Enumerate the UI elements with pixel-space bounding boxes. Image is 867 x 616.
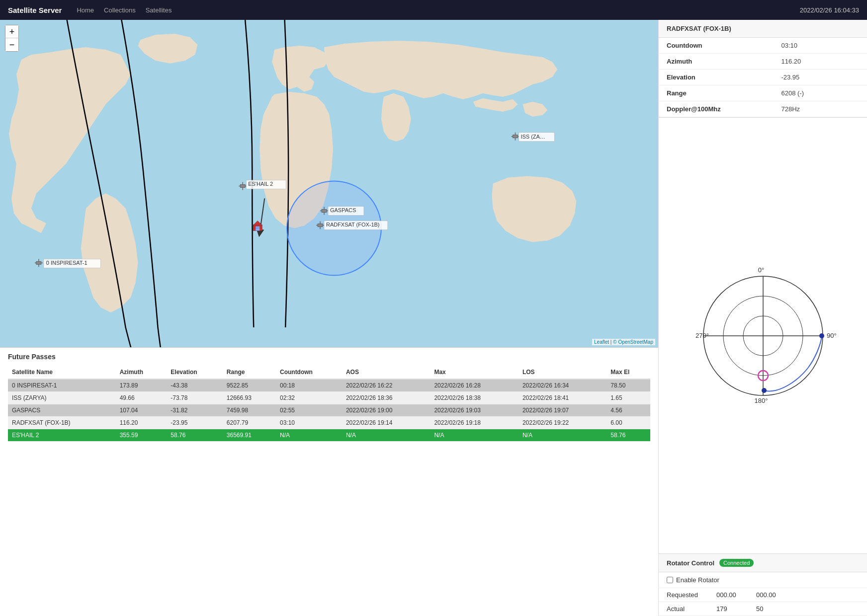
nav-collections[interactable]: Collections (104, 6, 136, 14)
rotator-row-val1: 000.00 (716, 591, 756, 599)
col-los: LOS (519, 366, 607, 379)
col-aos: AOS (342, 366, 430, 379)
table-row: RADFXSAT (FOX-1B)116.20-23.956207.7903:1… (8, 417, 650, 429)
map-svg: 0 INSPIRESAT-1 ES'HAIL 2 GASPACS RADFXSA… (0, 20, 658, 347)
svg-text:ES'HAIL 2: ES'HAIL 2 (248, 181, 273, 187)
passes-tbody: 0 INSPIRESAT-1173.89-43.389522.8500:1820… (8, 379, 650, 442)
enable-rotator-checkbox[interactable] (667, 577, 673, 583)
table-row: ES'HAIL 2355.5958.7636569.91N/AN/AN/AN/A… (8, 429, 650, 442)
osm-link[interactable]: © OpenStreetMap (613, 339, 653, 345)
rotator-row-val2: 000.00 (756, 591, 796, 599)
app-title: Satellite Server (8, 6, 62, 14)
svg-text:270°: 270° (695, 332, 709, 339)
leaflet-link[interactable]: Leaflet (594, 339, 609, 345)
rotator-rows: Requested000.00000.00Actual17950 (659, 588, 867, 616)
rotator-title: Rotator Control Connected (659, 554, 867, 572)
header: Satellite Server Home Collections Satell… (0, 0, 867, 20)
sat-info-tbody: Countdown03:10Azimuth116.20Elevation-23.… (659, 38, 867, 117)
map-container[interactable]: 0 INSPIRESAT-1 ES'HAIL 2 GASPACS RADFXSA… (0, 20, 658, 348)
rotator-status-badge: Connected (719, 559, 754, 567)
col-max: Max (430, 366, 518, 379)
col-countdown: Countdown (276, 366, 342, 379)
svg-rect-19 (318, 224, 323, 227)
table-row: ISS (ZARYA)49.66-73.7812666.9302:322022/… (8, 392, 650, 404)
passes-title: Future Passes (8, 353, 650, 361)
sat-info-row: Range6208 (-) (659, 85, 867, 101)
right-panel: RADFXSAT (FOX-1B) Countdown03:10Azimuth1… (658, 20, 867, 616)
passes-table: Satellite Name Azimuth Elevation Range C… (8, 366, 650, 442)
polar-plot: 0° 90° 180° 270° (689, 261, 838, 410)
rotator-row-val1: 179 (716, 605, 756, 613)
svg-text:90°: 90° (827, 332, 837, 339)
sat-info-row: Doppler@100Mhz728Hz (659, 101, 867, 117)
timestamp: 2022/02/26 16:04:33 (800, 6, 859, 14)
col-maxel: Max El (607, 366, 650, 379)
table-row: 0 INSPIRESAT-1173.89-43.389522.8500:1820… (8, 379, 650, 392)
rotator-row-val2: 50 (756, 605, 796, 613)
zoom-out-button[interactable]: − (5, 38, 18, 51)
map-attribution: Leaflet | © OpenStreetMap (592, 339, 655, 345)
rotator-row-label: Actual (667, 605, 716, 613)
sat-info-table: Countdown03:10Azimuth116.20Elevation-23.… (659, 38, 867, 117)
rotator-section: Rotator Control Connected Enable Rotator… (659, 554, 867, 616)
svg-rect-16 (322, 209, 327, 212)
col-range: Range (223, 366, 276, 379)
sat-info: RADFXSAT (FOX-1B) Countdown03:10Azimuth1… (659, 20, 867, 118)
sat-info-row: Countdown03:10 (659, 38, 867, 54)
sat-info-row: Azimuth116.20 (659, 54, 867, 70)
svg-rect-5 (256, 226, 260, 231)
svg-text:ISS (ZA…: ISS (ZA… (520, 134, 545, 140)
polar-section: 0° 90° 180° 270° (659, 118, 867, 554)
svg-point-44 (762, 388, 767, 393)
svg-rect-22 (513, 135, 518, 138)
rotator-row: Requested000.00000.00 (659, 588, 867, 602)
sat-info-row: Elevation-23.95 (659, 70, 867, 85)
main-layout: 0 INSPIRESAT-1 ES'HAIL 2 GASPACS RADFXSA… (0, 20, 867, 616)
rotator-title-label: Rotator Control (667, 559, 714, 567)
svg-text:0 INSPIRESAT-1: 0 INSPIRESAT-1 (46, 260, 87, 266)
enable-rotator-row: Enable Rotator (659, 572, 867, 588)
svg-text:0°: 0° (758, 266, 764, 274)
sat-info-title: RADFXSAT (FOX-1B) (659, 20, 867, 38)
map-controls: + − (5, 25, 19, 52)
rotator-row: Actual17950 (659, 602, 867, 616)
svg-rect-13 (240, 184, 245, 187)
nav-satellites[interactable]: Satellites (146, 6, 172, 14)
passes-section: Future Passes Satellite Name Azimuth Ele… (0, 348, 658, 616)
table-row: GASPACS107.04-31.827459.9802:552022/02/2… (8, 404, 650, 417)
col-name: Satellite Name (8, 366, 116, 379)
rotator-row-label: Requested (667, 591, 716, 599)
svg-text:180°: 180° (754, 397, 768, 404)
col-elevation: Elevation (167, 366, 222, 379)
nav-home[interactable]: Home (77, 6, 94, 14)
enable-rotator-label: Enable Rotator (676, 576, 719, 584)
svg-point-42 (819, 333, 824, 338)
zoom-in-button[interactable]: + (5, 25, 18, 38)
svg-text:RADFXSAT (FOX-1B): RADFXSAT (FOX-1B) (326, 222, 379, 228)
col-azimuth: Azimuth (116, 366, 167, 379)
passes-header-row: Satellite Name Azimuth Elevation Range C… (8, 366, 650, 379)
svg-text:GASPACS: GASPACS (330, 207, 356, 213)
svg-rect-10 (36, 261, 41, 264)
left-panel: 0 INSPIRESAT-1 ES'HAIL 2 GASPACS RADFXSA… (0, 20, 658, 616)
